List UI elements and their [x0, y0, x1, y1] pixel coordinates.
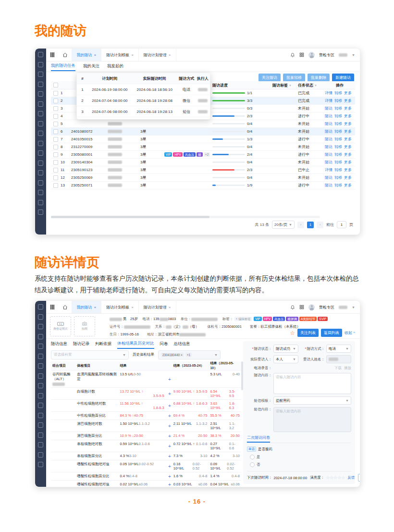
add-icon[interactable]: + — [168, 444, 171, 449]
add-icon[interactable]: + — [168, 433, 171, 439]
filter-icon[interactable]: ▼ — [289, 84, 292, 87]
play-link[interactable]: 播放 — [344, 366, 351, 371]
department-select[interactable]: 请选择科室▼ — [51, 350, 129, 359]
favorite-star-icon[interactable]: ☆ — [290, 330, 295, 336]
action-link-转移[interactable]: 转移 — [334, 152, 342, 157]
chevron-down-icon[interactable]: ▼ — [352, 306, 355, 309]
prev-page-button[interactable]: ‹ — [297, 222, 304, 228]
left-sidebar[interactable] — [35, 301, 46, 487]
action-link-随访[interactable]: 随访 — [325, 175, 332, 180]
window-tab[interactable]: 我的随访× — [72, 301, 102, 313]
radio-option[interactable]: 是 — [250, 455, 351, 459]
detail-tab[interactable]: 问卷 — [160, 340, 168, 348]
action-link-转移[interactable]: 转移 — [334, 113, 342, 119]
action-link-随访[interactable]: 随访 — [325, 183, 332, 188]
add-icon[interactable]: + — [168, 423, 171, 429]
action-link-更多[interactable]: 更多 — [344, 167, 352, 173]
action-link-更多[interactable]: 更多 — [344, 113, 352, 119]
action-link-随访[interactable]: 随访 — [325, 152, 332, 157]
take-photo-box[interactable]: 拍照 — [74, 316, 95, 336]
row-checkbox[interactable] — [53, 129, 58, 134]
action-link-转移[interactable]: 转移 — [334, 167, 342, 173]
action-link-随访[interactable]: 随访 — [325, 136, 332, 142]
star-icon[interactable]: ☆ — [341, 475, 345, 480]
goto-page-input[interactable]: 1 — [337, 221, 346, 228]
download-link[interactable]: 下载 — [334, 366, 342, 371]
sms-content-textarea[interactable]: 请输入短信内容 — [273, 407, 351, 432]
action-link-更多[interactable]: 更多 — [344, 106, 352, 111]
add-icon[interactable]: + — [168, 391, 171, 396]
avatar[interactable] — [308, 52, 315, 58]
subtab[interactable]: 我的随访任务 — [51, 62, 75, 71]
radio-icon[interactable] — [250, 462, 255, 467]
action-link-转移[interactable]: 转移 — [334, 90, 342, 96]
action-link-随访[interactable]: 随访 — [325, 144, 332, 149]
add-icon[interactable]: + — [168, 403, 171, 408]
action-link-更多[interactable]: 更多 — [344, 144, 352, 149]
close-icon[interactable]: × — [169, 53, 171, 57]
action-link-转移[interactable]: 转移 — [334, 175, 342, 180]
close-icon[interactable]: × — [169, 305, 171, 309]
action-link-更多[interactable]: 更多 — [344, 98, 352, 103]
action-link-更多[interactable]: 更多 — [344, 129, 352, 134]
col-status[interactable]: 任务状态▼ — [298, 83, 325, 88]
row-checkbox[interactable] — [53, 114, 58, 119]
exam-number[interactable]: 2305250071 — [71, 183, 108, 187]
action-link-转移[interactable]: 转移 — [334, 144, 342, 149]
action-link-随访[interactable]: 随访 — [325, 106, 332, 111]
exam-number[interactable]: 2312270009 — [71, 145, 108, 149]
follow-list-button[interactable]: 关注列表 — [297, 329, 319, 337]
radio-option[interactable]: 否 — [250, 462, 351, 467]
page-size-select[interactable]: 20条/页▼ — [272, 221, 295, 229]
action-link-详情[interactable]: 详情 — [325, 167, 332, 173]
avatar[interactable] — [308, 304, 315, 310]
add-icon[interactable]: + — [168, 454, 171, 459]
add-icon[interactable]: + — [168, 413, 171, 419]
col-tags[interactable]: 随访标签▼ — [266, 83, 298, 88]
action-link-转移[interactable]: 转移 — [334, 136, 342, 142]
exam-number[interactable]: 2305080001 — [71, 152, 108, 157]
exam-number[interactable]: 2401050015 — [71, 137, 108, 141]
detail-tab[interactable]: 判断依据 — [95, 340, 111, 348]
close-icon[interactable]: × — [131, 53, 134, 57]
action-link-转移[interactable]: 转移 — [334, 183, 342, 188]
detail-tab[interactable]: 随访信息 — [51, 340, 67, 348]
action-link-更多[interactable]: 更多 — [344, 152, 352, 157]
close-icon[interactable]: × — [94, 53, 97, 57]
subtab[interactable]: 我的关注 — [83, 62, 99, 71]
action-link-随访[interactable]: 随访 — [325, 160, 332, 165]
home-icon[interactable] — [59, 49, 72, 61]
toolbar-button[interactable]: 新建随访 — [332, 74, 354, 82]
action-link-转移[interactable]: 转移 — [334, 160, 342, 165]
action-link-详情[interactable]: 详情 — [325, 98, 332, 103]
add-icon[interactable]: + — [168, 482, 171, 487]
edit-tags-button[interactable]: + 编辑标签 — [234, 317, 253, 321]
chevron-down-icon[interactable]: ▼ — [352, 53, 355, 57]
detail-tab[interactable]: 体检结果及历史对比 — [117, 339, 154, 349]
row-checkbox[interactable] — [53, 91, 58, 96]
row-checkbox[interactable] — [53, 175, 58, 180]
row-checkbox[interactable] — [53, 145, 58, 149]
action-link-详情[interactable]: 详情 — [325, 90, 332, 96]
window-tab[interactable]: 随访计划模板× — [101, 49, 139, 61]
apps-grid-icon[interactable] — [299, 52, 304, 57]
home-icon[interactable] — [59, 301, 72, 313]
collapse-link[interactable]: 收起 ^ — [345, 330, 355, 335]
horizontal-scrollbar[interactable] — [51, 216, 320, 218]
exam-number[interactable]: 2309140304 — [71, 160, 108, 164]
sms-template-select[interactable]: 提醒用药▼ — [273, 396, 351, 405]
history-tag[interactable]: 2304180440 × — [161, 353, 184, 357]
collapse-menu-icon[interactable] — [46, 49, 59, 61]
respondent-name-input[interactable] — [326, 355, 351, 363]
action-link-更多[interactable]: 更多 — [344, 121, 352, 126]
action-link-转移[interactable]: 转移 — [334, 121, 342, 126]
collapse-menu-icon[interactable] — [46, 301, 59, 313]
toolbar-button[interactable]: 关注随访 — [259, 74, 281, 82]
row-checkbox[interactable] — [53, 160, 58, 165]
window-tab[interactable]: 随访计划模板× — [101, 301, 139, 313]
window-tab[interactable]: 我的随访× — [72, 49, 102, 61]
method-select[interactable]: 电话▼ — [326, 345, 351, 353]
left-sidebar[interactable] — [35, 49, 46, 235]
add-icon[interactable]: + — [168, 474, 171, 479]
next-page-button[interactable]: › — [317, 222, 323, 228]
